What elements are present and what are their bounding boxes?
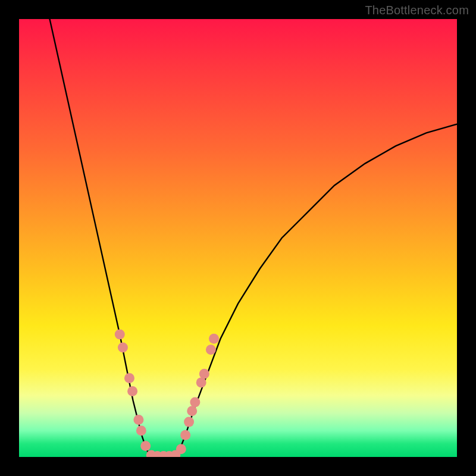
sample-dot	[199, 369, 209, 379]
sample-dot	[176, 444, 186, 454]
sample-dot	[115, 329, 125, 339]
v-curve	[50, 19, 457, 457]
sample-dot	[187, 406, 197, 416]
plot-area	[19, 19, 457, 457]
sample-dot	[196, 377, 206, 387]
sample-dot	[140, 441, 151, 451]
sample-dot	[133, 415, 143, 425]
sample-dot	[124, 373, 134, 383]
sample-dot	[209, 334, 219, 344]
sample-dot	[180, 430, 190, 440]
dots-group	[115, 329, 219, 457]
sample-dot	[184, 417, 194, 427]
curve-group	[50, 19, 457, 457]
chart-svg	[19, 19, 457, 457]
sample-dot	[190, 397, 200, 408]
sample-dot	[136, 425, 146, 436]
sample-dot	[206, 345, 216, 355]
sample-dot	[118, 343, 128, 353]
sample-dot	[127, 386, 137, 396]
watermark-text: TheBottleneck.com	[365, 4, 469, 17]
chart-frame: TheBottleneck.com	[0, 0, 476, 476]
